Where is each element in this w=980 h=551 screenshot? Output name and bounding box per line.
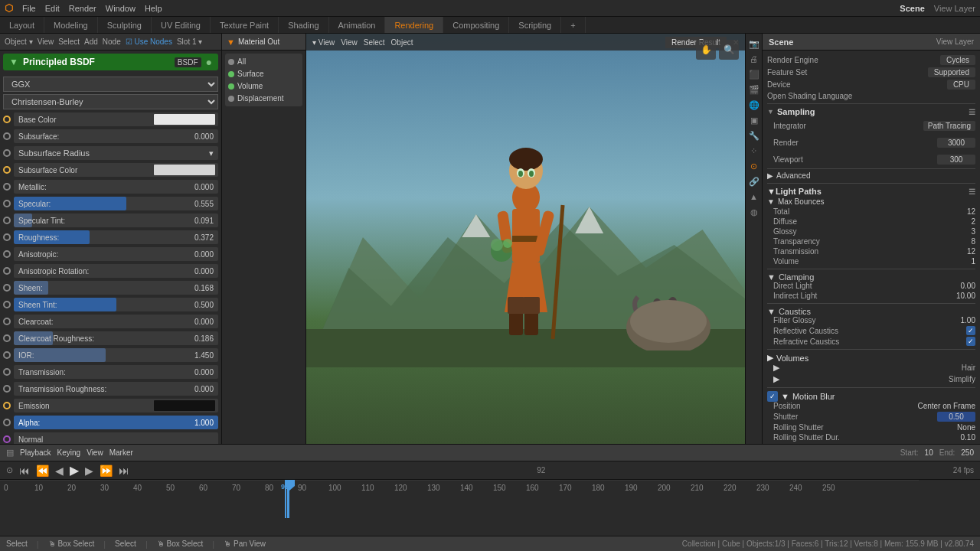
tab-rendering[interactable]: Rendering (385, 17, 443, 33)
bsdf-collapse-icon[interactable]: ▼ (9, 57, 18, 67)
clearcoat-bar[interactable]: Clearcoat: 0.000 (14, 315, 218, 328)
light-paths-menu-icon[interactable]: ☰ (969, 187, 975, 196)
particles-icon[interactable]: ⁘ (747, 144, 761, 158)
tab-animation[interactable]: Animation (329, 17, 386, 33)
view-layer-icon[interactable]: ⬛ (747, 67, 761, 81)
sheen-tint-bar[interactable]: Sheen Tint: 0.500 (14, 298, 218, 311)
rolling-shutter-value[interactable]: None (957, 423, 975, 432)
slot-selector[interactable]: Slot 1 ▾ (177, 37, 202, 46)
tab-uv-editing[interactable]: UV Editing (152, 17, 211, 33)
sampling-menu-icon[interactable]: ☰ (969, 108, 975, 116)
vp-view-label[interactable]: ▾ View (312, 38, 335, 47)
output-icon[interactable]: 🖨 (747, 52, 761, 66)
sheen-bar[interactable]: Sheen: 0.168 (14, 281, 218, 295)
roughness-bar[interactable]: Roughness: 0.372 (14, 230, 218, 244)
anisotropic-rotation-bar[interactable]: Anisotropic Rotation: 0.000 (14, 264, 218, 278)
menu-edit[interactable]: Edit (45, 4, 60, 13)
status-select2[interactable]: Select (115, 540, 136, 549)
indirect-light-value[interactable]: 10.00 (956, 292, 975, 300)
menu-render[interactable]: Render (69, 4, 96, 13)
tab-texture-paint[interactable]: Texture Paint (211, 17, 279, 33)
transparency-bounces-value[interactable]: 8 (971, 237, 975, 246)
jump-to-start-btn[interactable]: ⏮ (19, 465, 30, 477)
end-frame[interactable]: 250 (961, 448, 974, 457)
world-icon[interactable]: 🌐 (747, 98, 761, 112)
subsurface-bar[interactable]: Subsurface: 0.000 (14, 129, 218, 143)
transmission-bounces-value[interactable]: 12 (967, 247, 975, 256)
render-engine-value[interactable]: Cycles (940, 55, 975, 65)
modifier-icon[interactable]: 🔧 (747, 129, 761, 142)
start-frame[interactable]: 10 (925, 448, 933, 457)
tab-shading[interactable]: Shading (279, 17, 328, 33)
specular-bar[interactable]: Specular: 0.555 (14, 197, 218, 210)
use-nodes-checkbox[interactable]: ☑ Use Nodes (126, 37, 172, 46)
toolbar-node[interactable]: Node (103, 37, 121, 46)
glossy-bounces-value[interactable]: 3 (971, 227, 975, 236)
material-icon[interactable]: ◍ (747, 205, 761, 219)
tab-layout[interactable]: Layout (0, 17, 44, 33)
render-icon[interactable]: 📷 (747, 37, 761, 51)
tab-scripting[interactable]: Scripting (509, 17, 561, 33)
toolbar-select[interactable]: Select (58, 37, 80, 46)
volume-bounces-value[interactable]: 1 (971, 257, 975, 266)
base-color-swatch[interactable] (154, 114, 215, 125)
emission-color-swatch[interactable] (154, 400, 215, 411)
toolbar-add[interactable]: Add (84, 37, 98, 46)
menu-help[interactable]: Help (145, 4, 162, 13)
step-back-btn[interactable]: ◀ (55, 465, 64, 477)
step-forward-btn[interactable]: ▶ (85, 465, 93, 477)
subsurface-radius-dropdown[interactable]: Subsurface Radius ▾ (14, 146, 218, 160)
total-bounces-value[interactable]: 12 (967, 207, 975, 216)
prev-keyframe-btn[interactable]: ⏪ (36, 465, 49, 477)
tab-modeling[interactable]: Modeling (44, 17, 98, 33)
jump-to-end-btn[interactable]: ⏭ (119, 465, 129, 477)
metallic-bar[interactable]: Metallic: 0.000 (14, 180, 218, 194)
toolbar-view[interactable]: View (38, 37, 54, 46)
physics-icon[interactable]: ⊙ (747, 159, 761, 173)
timeline-marker[interactable]: Marker (109, 448, 133, 457)
reflective-caustics-checkbox[interactable]: ✓ (966, 326, 975, 335)
timeline-view[interactable]: View (87, 448, 103, 457)
clamping-header[interactable]: ▼ Clamping (767, 269, 975, 282)
volumes-header[interactable]: ▶ Volumes (767, 349, 975, 363)
tab-compositing[interactable]: Compositing (443, 17, 509, 33)
distribution-dropdown[interactable]: GGX (3, 77, 218, 92)
material-output-collapse[interactable]: ▼ (227, 37, 235, 47)
tl-menu-icon[interactable]: ⊙ (6, 465, 13, 475)
ior-bar[interactable]: IOR: 1.450 (14, 348, 218, 362)
light-paths-header[interactable]: ▼ Light Paths ☰ (767, 183, 975, 196)
timeline-ruler[interactable]: 0 10 20 30 40 50 60 70 80 90 100 110 120… (0, 480, 980, 536)
subsurface-method-dropdown[interactable]: Christensen-Burley (3, 94, 218, 109)
data-icon[interactable]: ▲ (747, 190, 761, 204)
scene-icon[interactable]: 🎬 (747, 83, 761, 96)
menu-file[interactable]: File (22, 4, 36, 13)
transmission-roughness-bar[interactable]: Transmission Roughness: 0.000 (14, 382, 218, 396)
blender-logo-icon[interactable]: ⬡ (5, 2, 13, 14)
zoom-icon[interactable]: 🔍 (719, 40, 739, 60)
rolling-dur-value[interactable]: 0.10 (961, 433, 975, 442)
timeline-keying[interactable]: Keying (57, 448, 81, 457)
status-box-select[interactable]: 🖱 Box Select (48, 540, 95, 549)
shutter-value[interactable]: 0.50 (937, 412, 975, 422)
subsurface-color-swatch[interactable] (154, 165, 215, 175)
vp-object-label[interactable]: Object (391, 38, 413, 47)
viewport-samples-value[interactable]: 300 (937, 155, 975, 165)
device-value[interactable]: CPU (947, 80, 975, 90)
specular-tint-bar[interactable]: Specular Tint: 0.091 (14, 214, 218, 227)
timeline-menu-icon[interactable]: ▤ (6, 448, 14, 458)
constraints-icon[interactable]: 🔗 (747, 174, 761, 188)
caustics-header[interactable]: ▼ Caustics (767, 303, 975, 316)
vp-view2-label[interactable]: View (341, 38, 358, 47)
simplify-collapse[interactable]: ▶ (773, 374, 779, 384)
alpha-bar[interactable]: Alpha: 1.000 (14, 416, 218, 429)
feature-set-value[interactable]: Supported (928, 67, 975, 77)
hair-collapse[interactable]: ▶ (773, 363, 779, 373)
object-icon[interactable]: ▣ (747, 113, 761, 127)
menu-window[interactable]: Window (106, 4, 136, 13)
clearcoat-roughness-bar[interactable]: Clearcoat Roughness: 0.186 (14, 331, 218, 345)
play-btn[interactable]: ▶ (70, 463, 79, 478)
max-bounces-header[interactable]: ▼ Max Bounces (767, 196, 975, 207)
timeline-playback[interactable]: Playback (20, 448, 51, 457)
filter-glossy-value[interactable]: 1.00 (961, 316, 975, 324)
toolbar-object[interactable]: Object ▾ (5, 37, 33, 46)
